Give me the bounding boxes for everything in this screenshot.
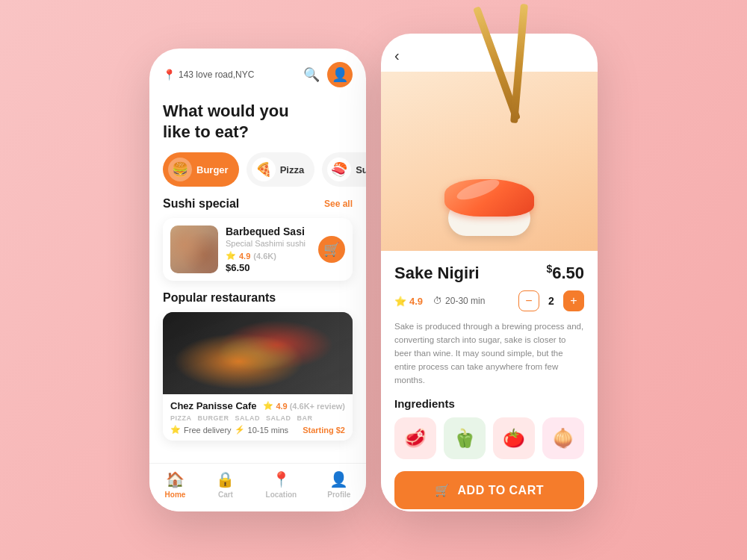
profile-nav-icon: 👤: [329, 470, 348, 488]
nav-cart-label: Cart: [218, 491, 233, 499]
home-icon: 🏠: [166, 470, 185, 488]
restaurant-image: [163, 312, 353, 394]
nav-cart[interactable]: 🔒 Cart: [216, 470, 235, 499]
avatar-icon: 👤: [332, 66, 348, 83]
sushi-item-name: Barbequed Sasi: [226, 225, 311, 237]
ingredient-pepper: 🫑: [444, 417, 486, 459]
delivery-time: 10-15 mins: [248, 426, 288, 435]
restaurant-name: Chez Panisse Cafe: [170, 400, 257, 411]
rating-count: (4.6K): [253, 252, 276, 261]
quantity-control: − 2 +: [518, 290, 584, 311]
tag-bar: BAR: [297, 414, 313, 422]
pepper-icon: 🫑: [453, 428, 476, 449]
location-display: 📍 143 love road,NYC: [163, 69, 254, 81]
rice-visual: [448, 200, 530, 236]
dish-meta-row: ⭐ 4.9 ⏱ 20-30 min − 2 +: [394, 290, 584, 311]
category-pizza[interactable]: 🍕 Pizza: [247, 152, 315, 187]
header-icons: 🔍 👤: [303, 62, 353, 87]
sushi-image-decor: [170, 225, 218, 273]
back-button[interactable]: ‹: [381, 34, 413, 72]
add-to-cart-label: ADD TO CART: [458, 484, 544, 497]
restaurants-section-title: Popular restaurants: [149, 291, 366, 312]
restaurant-rating: ⭐ 4.9 (4.6K+ review): [263, 401, 345, 411]
clock-icon: ⏱: [433, 296, 442, 306]
nav-profile[interactable]: 👤 Profile: [327, 470, 350, 499]
restaurant-card[interactable]: Chez Panisse Cafe ⭐ 4.9 (4.6K+ review) P…: [163, 312, 353, 441]
salmon-sheen: [455, 175, 502, 203]
dish-rating: ⭐ 4.9: [394, 296, 423, 307]
category-sushi-label: Sushi: [356, 164, 366, 175]
location-pin-icon: 📍: [163, 69, 176, 81]
ingredient-meat: 🥩: [394, 417, 436, 459]
quantity-increase-button[interactable]: +: [563, 290, 584, 311]
cart-button-icon: 🛒: [435, 483, 450, 497]
rest-rating-value: 4.9: [276, 402, 287, 411]
sushi-art: [448, 200, 530, 236]
dish-name: Sake Nigiri: [394, 264, 480, 283]
meat-icon: 🥩: [404, 428, 427, 449]
home-header: 📍 143 love road,NYC 🔍 👤: [149, 49, 366, 95]
sushi-card: Barbequed Sasi Special Sashimi sushi ⭐ 4…: [163, 218, 353, 281]
quantity-decrease-button[interactable]: −: [518, 290, 539, 311]
dish-description: Sake is produced through a brewing proce…: [394, 320, 584, 387]
tag-salad: SALAD: [235, 414, 261, 422]
tag-salad2: SALAD: [266, 414, 291, 422]
restaurant-tags: PIZZA BURGER SALAD SALAD BAR: [170, 414, 345, 422]
sushi-item-price: $6.50: [226, 262, 311, 273]
delivery-star-icon: ⭐: [170, 425, 181, 435]
category-sushi[interactable]: 🍣 Sushi: [322, 152, 366, 187]
location-text: 143 love road,NYC: [179, 69, 254, 80]
sushi-item-desc: Special Sashimi sushi: [226, 239, 311, 248]
rest-star-icon: ⭐: [263, 401, 273, 411]
categories-row: 🍔 Burger 🍕 Pizza 🍣 Sushi: [149, 152, 366, 197]
ingredients-list: 🥩 🫑 🍅 🧅: [394, 417, 584, 459]
dish-star-icon: ⭐: [394, 296, 406, 307]
time-value: 20-30 min: [445, 296, 485, 306]
price-value: 6.50: [552, 264, 584, 282]
sushi-section-header: Sushi special See all: [149, 197, 366, 218]
category-pizza-label: Pizza: [280, 164, 305, 175]
restaurant-image-decor: [163, 312, 353, 394]
cart-nav-icon: 🔒: [216, 470, 235, 488]
sushi-item-rating: ⭐ 4.9 (4.6K): [226, 251, 311, 261]
delivery-info: ⭐ Free delivery ⚡ 10-15 mins: [170, 425, 288, 435]
dish-time: ⏱ 20-30 min: [433, 296, 485, 306]
star-icon: ⭐: [226, 251, 236, 261]
burger-icon: 🍔: [168, 158, 192, 181]
starting-price: Starting $2: [303, 426, 345, 435]
phone-detail-screen: ‹ Sake Nigiri $6.50: [381, 34, 598, 511]
user-avatar-button[interactable]: 👤: [327, 62, 353, 87]
category-burger-label: Burger: [196, 164, 229, 175]
ingredients-title: Ingredients: [394, 397, 584, 410]
tag-burger: BURGER: [198, 414, 229, 422]
detail-content: Sake Nigiri $6.50 ⭐ 4.9 ⏱ 20-30 min: [381, 251, 598, 511]
dish-title-price-row: Sake Nigiri $6.50: [394, 263, 584, 283]
bottom-navigation: 🏠 Home 🔒 Cart 📍 Location 👤 Profile: [149, 463, 366, 511]
category-burger[interactable]: 🍔 Burger: [163, 152, 239, 187]
delivery-label: Free delivery: [184, 426, 232, 435]
dish-rating-value: 4.9: [409, 296, 423, 307]
page-title: What would youlike to eat?: [149, 95, 366, 152]
phone-home-screen: 📍 143 love road,NYC 🔍 👤 What would youli…: [149, 49, 366, 511]
search-button[interactable]: 🔍: [303, 66, 320, 83]
nav-location-label: Location: [266, 491, 297, 499]
add-to-cart-button[interactable]: 🛒 ADD TO CART: [394, 471, 584, 509]
salmon-visual: [444, 179, 534, 217]
restaurant-name-row: Chez Panisse Cafe ⭐ 4.9 (4.6K+ review): [170, 400, 345, 411]
ingredient-onion: 🧅: [542, 417, 584, 459]
see-all-button[interactable]: See all: [324, 199, 353, 209]
time-bolt-icon: ⚡: [235, 425, 245, 435]
restaurant-info: Chez Panisse Cafe ⭐ 4.9 (4.6K+ review) P…: [163, 394, 353, 441]
nav-home-label: Home: [165, 491, 186, 499]
dish-price: $6.50: [546, 263, 584, 283]
cart-add-icon: 🛒: [323, 241, 340, 258]
tag-pizza: PIZZA: [170, 414, 192, 422]
nav-location[interactable]: 📍 Location: [266, 470, 297, 499]
add-to-cart-small-button[interactable]: 🛒: [318, 236, 345, 263]
pizza-icon: 🍕: [252, 158, 276, 181]
sushi-item-info: Barbequed Sasi Special Sashimi sushi ⭐ 4…: [226, 225, 311, 273]
sushi-food-image: [170, 225, 218, 273]
sushi-section-title: Sushi special: [163, 197, 239, 211]
sushi-icon: 🍣: [327, 158, 351, 181]
nav-home[interactable]: 🏠 Home: [165, 470, 186, 499]
